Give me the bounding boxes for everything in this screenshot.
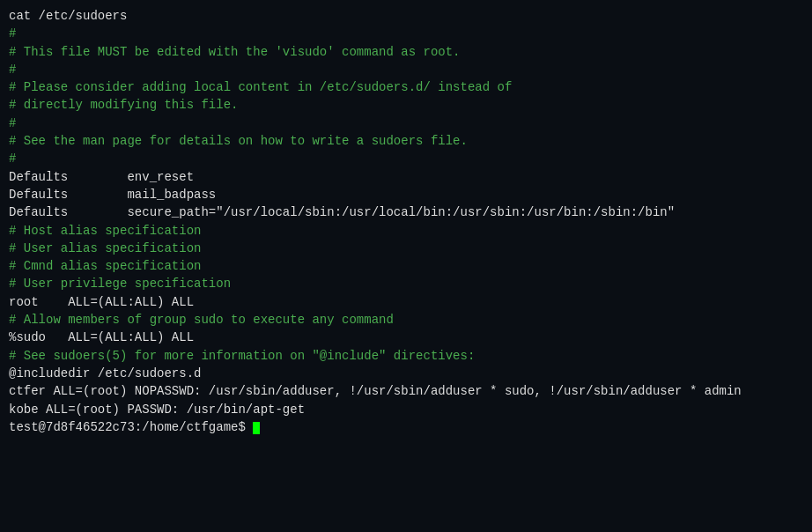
line-04: # [9,61,803,78]
line-23: # Allow members of group sudo to execute… [9,311,803,329]
terminal-window: cat /etc/sudoers## This file MUST be edi… [0,0,812,532]
line-18: # Cmnd alias specification [9,257,803,275]
line-10: Defaults env_reset [9,168,803,186]
line-16: # User alias specification [9,240,803,257]
line-28: @includedir /etc/sudoers.d [9,365,803,382]
terminal-cursor [253,422,260,434]
terminal-content: cat /etc/sudoers## This file MUST be edi… [9,7,803,436]
line-20: # User privilege specification [9,275,803,292]
line-26: # See sudoers(5) for more information on… [9,347,803,365]
line-09: # [9,150,803,167]
line-05: # Please consider adding local content i… [9,78,803,96]
line-29: ctfer ALL=(root) NOPASSWD: /usr/sbin/add… [9,382,803,400]
line-07: # [9,115,803,132]
line-02: # [9,25,803,42]
line-08: # See the man page for details on how to… [9,132,803,150]
line-03: # This file MUST be edited with the 'vis… [9,43,803,61]
line-14: # Host alias specification [9,222,803,240]
line-11: Defaults mail_badpass [9,186,803,203]
line-12: Defaults secure_path="/usr/local/sbin:/u… [9,203,803,221]
line-24: %sudo ALL=(ALL:ALL) ALL [9,329,803,346]
line-31: test@7d8f46522c73:/home/ctfgame$ [9,418,803,436]
line-30: kobe ALL=(root) PASSWD: /usr/bin/apt-get [9,401,803,418]
line-06: # directly modifying this file. [9,96,803,114]
line-21: root ALL=(ALL:ALL) ALL [9,293,803,311]
line-01: cat /etc/sudoers [9,7,803,25]
